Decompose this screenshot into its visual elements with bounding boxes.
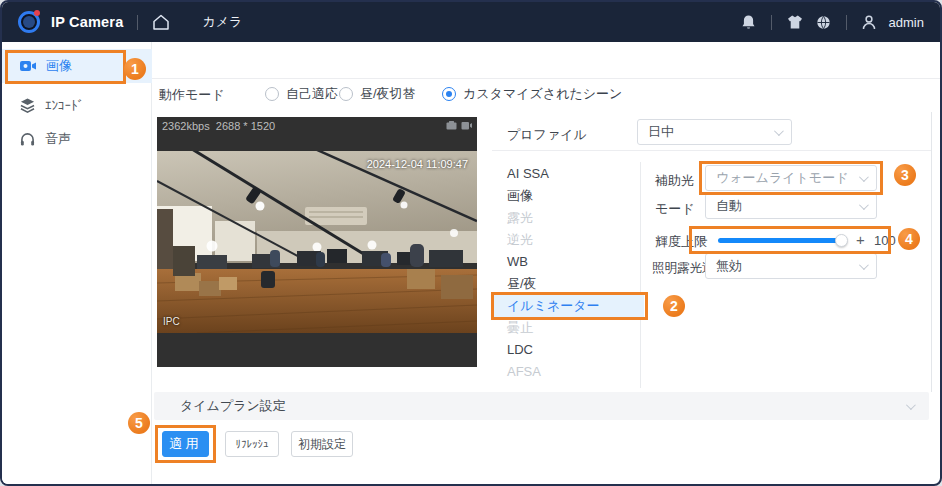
menu-item-ai-ssa[interactable]: AI SSA [494, 163, 644, 185]
radio-icon[interactable] [265, 87, 279, 101]
alarm-bell-icon[interactable] [741, 14, 756, 30]
menu-item-illuminator[interactable]: イルミネーター [494, 295, 644, 317]
radio-icon-selected[interactable] [442, 87, 456, 101]
mode-dropdown[interactable]: 自動 [705, 193, 877, 219]
radio-self-adaptive[interactable]: 自己適応 [265, 85, 338, 103]
video-preview: 2362kbps 2688 * 1520 2024-12-04 11:09:47… [157, 117, 477, 367]
menu-item-defog: 曇止 [494, 317, 644, 339]
default-button[interactable]: 初期設定 [291, 431, 353, 457]
menu-item-backlight: 逆光 [494, 229, 644, 251]
annotation-badge-4: 4 [898, 228, 920, 250]
language-globe-icon[interactable] [816, 15, 831, 30]
time-plan-accordion[interactable]: タイムプラン設定 [154, 392, 929, 420]
fill-light-value: ウォームライトモード [716, 169, 848, 187]
sidebar-item-audio[interactable]: 音声 [2, 122, 152, 156]
snapshot-icon[interactable] [446, 121, 457, 130]
sidebar-item-label: ｴﾝｺｰﾄﾞ [45, 98, 84, 113]
operation-mode-label: 動作モード [159, 86, 225, 104]
menu-item-afsa: AFSA [494, 361, 644, 383]
sidebar-item-label: 音声 [45, 130, 71, 148]
radio-customized-scene[interactable]: カスタマイズされたシーン [442, 85, 622, 103]
app-logo-icon [18, 11, 40, 33]
refresh-button[interactable]: ﾘﾌﾚｯｼｭ [225, 431, 279, 457]
sidebar-item-label: 画像 [46, 57, 72, 75]
ip-camera-app: IP Camera カメラ admin 画像 [0, 0, 942, 486]
user-icon[interactable] [862, 15, 876, 30]
profile-value: 日中 [648, 123, 674, 141]
chevron-down-icon [859, 200, 869, 210]
fill-light-dropdown[interactable]: ウォームライトモード [705, 165, 877, 191]
menu-item-exposure: 露光 [494, 207, 644, 229]
annotation-badge-2: 2 [663, 295, 685, 317]
tab-camera[interactable]: カメラ [202, 13, 242, 31]
mode-value: 自動 [716, 197, 742, 215]
watermark-label: IPC [163, 316, 180, 327]
home-icon[interactable] [152, 14, 170, 30]
brightness-slider-thumb[interactable] [835, 234, 848, 247]
topbar-right-cluster: admin [741, 14, 924, 30]
chevron-down-icon [859, 260, 869, 270]
profile-divider [492, 150, 932, 151]
topbar-divider [771, 15, 772, 30]
sidebar-item-image[interactable]: 画像 [2, 49, 152, 83]
camera-scene-image [157, 151, 477, 333]
radio-label: 昼/夜切替 [360, 85, 416, 103]
radio-icon[interactable] [339, 87, 353, 101]
headphones-icon [20, 132, 35, 146]
menu-item-image[interactable]: 画像 [494, 185, 644, 207]
chevron-down-icon [906, 400, 916, 410]
brand-title: IP Camera [51, 14, 123, 30]
menu-item-day-night[interactable]: 昼/夜 [494, 273, 644, 295]
layers-icon [20, 98, 35, 113]
content-top-divider [152, 78, 940, 79]
timestamp-overlay: 2024-12-04 11:09:47 [367, 158, 468, 170]
slider-plus-button[interactable]: + [856, 231, 865, 248]
username[interactable]: admin [889, 15, 924, 30]
annotation-badge-3: 3 [894, 164, 916, 186]
slider-minus-button[interactable]: − [699, 231, 708, 248]
sidebar-item-encode[interactable]: ｴﾝｺｰﾄﾞ [2, 88, 152, 122]
chevron-down-icon [859, 172, 869, 182]
theme-shirt-icon[interactable] [787, 15, 803, 29]
time-plan-label: タイムプラン設定 [180, 397, 286, 415]
menu-item-ldc[interactable]: LDC [494, 339, 644, 361]
mode-label: モード [655, 200, 695, 218]
brightness-value: 100 [874, 233, 896, 248]
scrollbar-track[interactable] [931, 112, 932, 392]
video-toolbar [446, 121, 472, 130]
topbar-divider [846, 15, 847, 30]
topbar-divider [137, 15, 138, 30]
profile-dropdown[interactable]: 日中 [637, 119, 792, 145]
topbar: IP Camera カメラ admin [2, 2, 940, 42]
sidebar: 画像 ｴﾝｺｰﾄﾞ 音声 [2, 42, 152, 484]
radio-label: カスタマイズされたシーン [463, 85, 622, 103]
chevron-down-icon [774, 126, 784, 136]
fill-light-label: 補助光 [655, 172, 694, 190]
apply-button[interactable]: 適用 [162, 431, 209, 457]
video-camera-icon [20, 60, 36, 72]
radio-label: 自己適応 [286, 85, 338, 103]
light-exposure-dropdown[interactable]: 無効 [705, 253, 877, 279]
brightness-slider-track[interactable] [718, 238, 842, 243]
record-icon[interactable] [461, 121, 472, 130]
stream-info-overlay: 2362kbps 2688 * 1520 [162, 120, 275, 132]
profile-label: プロファイル [507, 126, 587, 144]
light-exposure-value: 無効 [716, 257, 742, 275]
radio-day-night-switch[interactable]: 昼/夜切替 [339, 85, 416, 103]
notification-dot [34, 10, 40, 16]
menu-item-wb[interactable]: WB [494, 251, 644, 273]
logo-lens [23, 16, 35, 28]
